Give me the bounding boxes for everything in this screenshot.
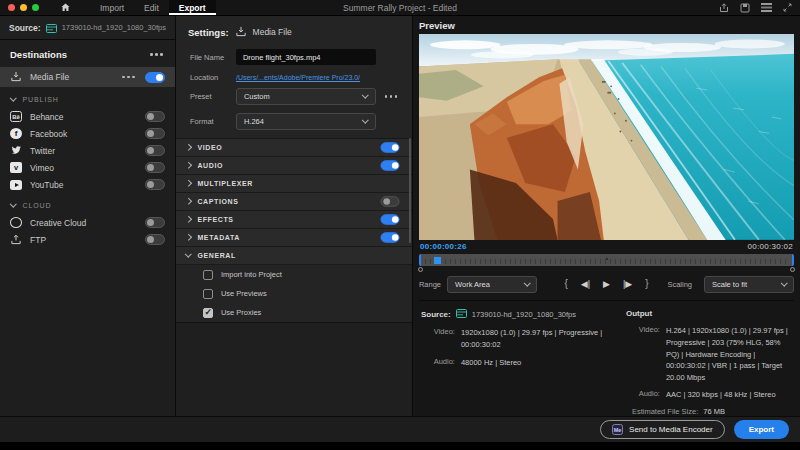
metadata-toggle[interactable] [380,232,399,242]
scrubber-track[interactable] [419,254,794,266]
scaling-group: Scaling Scale to fit [667,276,794,293]
behance-toggle[interactable] [145,111,165,122]
preset-dropdown[interactable]: Custom [236,88,376,105]
section-multiplexer[interactable]: MULTIPLEXER [176,175,412,193]
section-label: METADATA [197,234,373,241]
range-out-handle[interactable] [790,267,795,272]
publish-group-header[interactable]: PUBLISH [0,87,175,108]
ftp-toggle[interactable] [145,234,165,245]
home-icon[interactable] [61,3,70,12]
destinations-header: Destinations [0,40,175,67]
minimize-window-icon[interactable] [20,4,27,11]
chevron-right-icon [185,162,191,168]
tab-export[interactable]: Export [169,0,216,15]
destination-behance[interactable]: Bē Behance [0,108,175,125]
chevron-down-icon [185,251,191,257]
destination-twitter[interactable]: Twitter [0,142,175,159]
option-use-proxies[interactable]: Use Proxies [176,303,412,322]
section-video[interactable]: VIDEO [176,139,412,157]
play-icon[interactable]: ▶ [603,280,610,289]
location-link[interactable]: /Users/...ents/Adobe/Premiere Pro/23.0/ [236,74,360,81]
save-icon[interactable] [740,3,750,13]
settings-scrollbar[interactable] [409,138,411,243]
fullscreen-icon[interactable] [783,3,792,12]
export-button[interactable]: Export [734,420,789,439]
twitter-toggle[interactable] [145,145,165,156]
scaling-dropdown[interactable]: Scale to fit [704,276,794,293]
section-general[interactable]: GENERAL [176,247,412,265]
output-video-label: Video: [626,325,660,383]
format-row: Format H.264 [176,113,412,130]
audio-toggle[interactable] [380,160,399,170]
video-toggle[interactable] [380,142,399,152]
estimated-size-label: Estimated File Size: [632,407,698,416]
quick-export-icon[interactable] [719,3,729,13]
chevron-down-icon [781,280,787,286]
scrubber-midpoint-mark [606,258,608,260]
output-audio-value: AAC | 320 kbps | 48 kHz | Stereo [666,389,776,401]
set-in-point-icon[interactable]: { [564,279,567,289]
section-captions[interactable]: CAPTIONS [176,193,412,211]
option-use-previews[interactable]: Use Previews [176,284,412,303]
send-to-media-encoder-button[interactable]: Me Send to Media Encoder [600,420,725,439]
set-out-point-icon[interactable]: } [645,279,648,289]
settings-target: Media File [253,27,292,37]
tab-edit[interactable]: Edit [134,0,169,15]
close-window-icon[interactable] [8,4,15,11]
effects-toggle[interactable] [380,214,399,224]
premiere-export-window: Import Edit Export Summer Rally Project … [0,0,800,450]
option-import-into-project[interactable]: Import into Project [176,265,412,284]
settings-sections: VIDEO AUDIO MULTIPLEXER CAPTIONS [176,138,412,265]
destination-label: Behance [30,112,64,122]
source-audio-label: Audio: [421,357,455,369]
file-name-input[interactable]: Drone flight_30fps.mp4 [236,49,376,65]
step-forward-icon[interactable]: |▶ [623,280,632,289]
use-proxies-checkbox[interactable] [203,308,213,318]
destination-creative-cloud[interactable]: Creative Cloud [0,214,175,231]
output-audio-label: Audio: [626,389,660,401]
destination-vimeo[interactable]: v Vimeo [0,159,175,176]
destinations-more-icon[interactable] [148,51,165,58]
cloud-group-header[interactable]: CLOUD [0,193,175,214]
use-previews-checkbox[interactable] [203,289,213,299]
section-audio[interactable]: AUDIO [176,157,412,175]
section-effects[interactable]: EFFECTS [176,211,412,229]
chevron-right-icon [185,180,191,186]
source-header: Source: 1739010-hd_1920_1080_30fps [0,16,175,40]
facebook-toggle[interactable] [145,128,165,139]
section-metadata[interactable]: METADATA [176,229,412,247]
chevron-down-icon [10,201,16,207]
summary-area: Source: 1739010-hd_1920_1080_30fps Video… [419,300,794,416]
source-video-value: 1920x1080 (1.0) | 29.97 fps | Progressiv… [461,327,626,350]
destination-label: YouTube [30,180,63,190]
captions-toggle[interactable] [380,196,399,206]
preset-more-icon[interactable] [383,93,400,100]
export-settings-panel: Settings: Media File File Name Drone fli… [176,16,413,416]
format-dropdown[interactable]: H.264 [236,113,376,130]
range-dropdown[interactable]: Work Area [447,276,537,293]
creative-cloud-toggle[interactable] [145,217,165,228]
range-in-handle[interactable] [418,267,423,272]
video-preview [419,34,794,240]
media-file-toggle[interactable] [145,72,165,83]
youtube-toggle[interactable] [145,179,165,190]
step-back-icon[interactable]: ◀| [581,280,590,289]
vimeo-toggle[interactable] [145,162,165,173]
import-into-project-checkbox[interactable] [203,270,213,280]
timeline-scrubber[interactable] [419,254,794,271]
destination-ftp[interactable]: FTP [0,231,175,248]
scaling-value: Scale to fit [712,280,747,289]
destination-facebook[interactable]: f Facebook [0,125,175,142]
traffic-lights [8,4,39,11]
maximize-window-icon[interactable] [32,4,39,11]
footer-bar: Me Send to Media Encoder Export [0,416,800,442]
tab-import[interactable]: Import [90,0,134,15]
chevron-down-icon [524,280,530,286]
media-encoder-icon: Me [612,424,623,435]
workspace-menu-icon[interactable] [761,3,772,12]
media-file-more-icon[interactable] [120,74,137,81]
destination-youtube[interactable]: YouTube [0,176,175,193]
destination-label: Facebook [30,129,67,139]
destination-media-file[interactable]: Media File [0,67,175,87]
playhead[interactable] [434,257,441,264]
